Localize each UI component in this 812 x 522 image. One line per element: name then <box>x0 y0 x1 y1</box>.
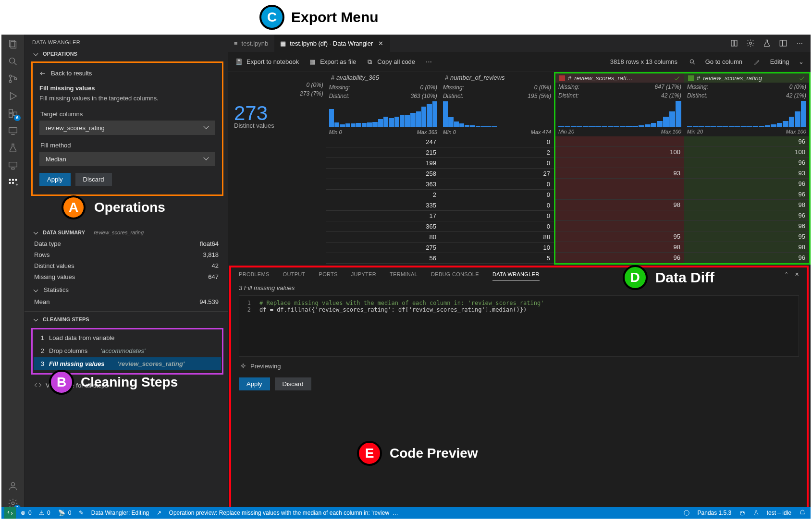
status-mode[interactable]: ✎ Data Wrangler: Editing <box>79 510 149 516</box>
more-icon[interactable]: ⋯ <box>794 38 805 49</box>
discard-button[interactable]: Discard <box>75 173 112 186</box>
data-cell[interactable]: 96 <box>555 253 684 263</box>
panel-discard-button[interactable]: Discard <box>275 377 311 390</box>
panel-tab-terminal[interactable]: TERMINAL <box>390 271 418 280</box>
panel-tab-problems[interactable]: PROBLEMS <box>239 271 270 280</box>
remote-indicator[interactable] <box>4 507 16 519</box>
fill-method-select[interactable]: Median <box>39 152 215 166</box>
data-cell[interactable]: 88 <box>440 232 554 243</box>
data-cell[interactable]: 98 <box>684 242 809 253</box>
data-cell[interactable]: 0 <box>440 158 554 169</box>
mode-button[interactable]: Editing ⌄ <box>754 58 804 65</box>
data-cell[interactable] <box>555 136 684 147</box>
data-cell[interactable]: 96 <box>684 158 809 168</box>
tab-data-wrangler[interactable]: ▦ test.ipynb (df) · Data Wrangler ✕ <box>274 35 391 52</box>
data-cell[interactable]: 56 <box>326 253 440 264</box>
column-reviews[interactable]: #number_of_reviews Missing:0 (0%) Distin… <box>440 72 554 265</box>
panel-tab-ports[interactable]: PORTS <box>319 271 338 280</box>
column-rating-before[interactable]: #review_scores_rati… Missing:647 (17%) D… <box>555 73 684 263</box>
layout-icon[interactable] <box>778 38 788 49</box>
data-cell[interactable]: 10 <box>440 243 554 253</box>
data-cell[interactable]: 93 <box>555 168 684 179</box>
data-cell[interactable]: 215 <box>326 147 440 158</box>
cleaning-header[interactable]: CLEANING STEPS <box>25 315 228 324</box>
data-cell[interactable]: 95 <box>555 231 684 242</box>
data-cell[interactable]: 98 <box>555 200 684 210</box>
data-cell[interactable] <box>555 158 684 168</box>
close-icon[interactable]: ✕ <box>377 39 384 47</box>
panel-tab-output[interactable]: OUTPUT <box>283 271 306 280</box>
data-cell[interactable]: 96 <box>684 221 809 231</box>
beaker-icon[interactable] <box>762 38 772 49</box>
data-cell[interactable]: 80 <box>326 232 440 243</box>
data-cell[interactable]: 0 <box>440 211 554 221</box>
data-cell[interactable]: 363 <box>326 179 440 190</box>
data-cell[interactable]: 96 <box>684 210 809 221</box>
status-errors[interactable]: ⊗0 ⚠0 <box>21 510 50 516</box>
status-notifications[interactable] <box>799 510 806 516</box>
status-kernel[interactable]: test – idle <box>753 510 791 516</box>
cleaning-step-1[interactable]: 1Load data from variable <box>34 331 221 344</box>
panel-tab-data-wrangler[interactable]: DATA WRANGLER <box>492 271 540 280</box>
activity-search-icon[interactable] <box>6 55 20 68</box>
status-copilot[interactable] <box>739 510 746 516</box>
status-feedback[interactable] <box>683 510 690 516</box>
copy-all-code-button[interactable]: ⧉Copy all code <box>366 58 415 66</box>
data-cell[interactable]: 95 <box>684 231 809 242</box>
activity-account-icon[interactable] <box>6 479 20 493</box>
panel-apply-button[interactable]: Apply <box>239 377 270 390</box>
data-cell[interactable] <box>555 210 684 221</box>
data-cell[interactable] <box>555 189 684 200</box>
data-cell[interactable]: 365 <box>326 221 440 232</box>
data-cell[interactable]: 0 <box>440 200 554 211</box>
apply-button[interactable]: Apply <box>39 173 71 186</box>
data-cell[interactable]: 199 <box>326 158 440 169</box>
column-rating-after[interactable]: #review_scores_rating Missing:0 (0%) Dis… <box>684 73 809 263</box>
data-cell[interactable]: 98 <box>684 200 809 210</box>
cleaning-step-2[interactable]: 2Drop columns 'accommodates' <box>34 344 221 357</box>
data-cell[interactable]: 17 <box>326 211 440 221</box>
data-cell[interactable] <box>555 179 684 189</box>
data-cell[interactable] <box>555 221 684 231</box>
activity-extensions-icon[interactable]: 6 <box>6 107 20 120</box>
data-cell[interactable]: 96 <box>684 189 809 200</box>
back-to-results-button[interactable]: Back to results <box>39 67 215 85</box>
activity-run-icon[interactable] <box>6 89 20 103</box>
statistics-header[interactable]: Statistics <box>25 283 228 295</box>
data-cell[interactable]: 335 <box>326 200 440 211</box>
data-cell[interactable]: 100 <box>684 147 809 158</box>
go-to-column-button[interactable]: Go to column <box>689 58 742 65</box>
close-icon[interactable]: ✕ <box>795 271 799 280</box>
code-preview[interactable]: 1# Replace missing values with the media… <box>239 295 799 357</box>
data-cell[interactable]: 258 <box>326 169 440 179</box>
activity-remote2-icon[interactable] <box>6 158 20 172</box>
data-cell[interactable]: 247 <box>326 137 440 147</box>
gear-icon[interactable] <box>745 38 756 49</box>
panel-tab-debug-console[interactable]: DEBUG CONSOLE <box>431 271 479 280</box>
cleaning-step-3[interactable]: 3Fill missing values 'review_scores_rati… <box>34 357 221 370</box>
column-availability[interactable]: #availability_365 Missing:0 (0%) Distinc… <box>326 72 440 265</box>
export-as-file-button[interactable]: ▦Export as file <box>308 58 356 66</box>
activity-explorer-icon[interactable] <box>6 37 20 51</box>
status-preview[interactable]: ↗ Operation preview: Replace missing val… <box>157 510 398 516</box>
activity-scm-icon[interactable] <box>6 72 20 85</box>
chevron-up-icon[interactable]: ⌃ <box>784 271 788 280</box>
data-cell[interactable]: 5 <box>440 253 554 264</box>
activity-data-wrangler-icon[interactable]: + <box>6 176 20 189</box>
book-icon[interactable] <box>729 38 739 49</box>
data-cell[interactable]: 0 <box>440 179 554 190</box>
data-cell[interactable]: 98 <box>555 242 684 253</box>
data-cell[interactable]: 100 <box>555 147 684 158</box>
activity-beaker-icon[interactable] <box>6 141 20 155</box>
target-columns-select[interactable]: review_scores_rating <box>39 121 215 135</box>
data-cell[interactable]: 0 <box>440 190 554 200</box>
data-cell[interactable]: 275 <box>326 243 440 253</box>
data-cell[interactable]: 2 <box>326 190 440 200</box>
data-cell[interactable]: 0 <box>440 137 554 147</box>
data-cell[interactable]: 27 <box>440 169 554 179</box>
data-cell[interactable]: 2 <box>440 147 554 158</box>
toolbar-more-button[interactable]: ⋯ <box>425 58 432 66</box>
data-cell[interactable]: 96 <box>684 179 809 189</box>
status-ports[interactable]: 📡0 <box>58 510 72 516</box>
panel-tab-jupyter[interactable]: JUPYTER <box>351 271 376 280</box>
